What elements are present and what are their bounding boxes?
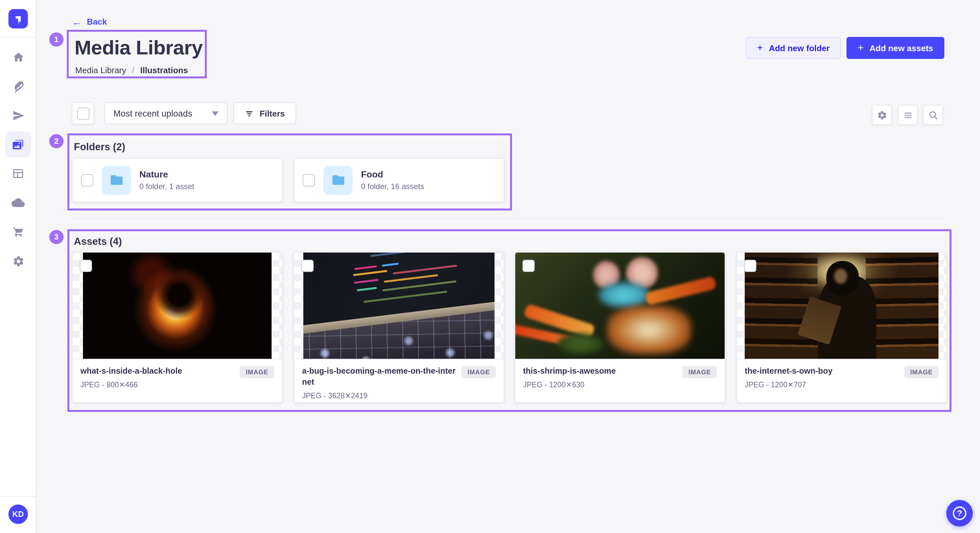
- folder-texts: Food 0 folder, 16 assets: [361, 169, 424, 191]
- list-view-button[interactable]: [898, 105, 918, 125]
- asset-meta: JPEG - 800✕466: [80, 380, 274, 389]
- asset-checkbox[interactable]: [744, 260, 756, 272]
- asset-footer: a-bug-is-becoming-a-meme-on-the-internet…: [294, 359, 504, 400]
- sidebar-item-content-manager[interactable]: [5, 73, 31, 99]
- asset-footer: this-shrimp-is-awesome JPEG - 1200✕630 I…: [515, 359, 725, 389]
- asset-media: [294, 252, 504, 359]
- asset-card-shrimp[interactable]: this-shrimp-is-awesome JPEG - 1200✕630 I…: [515, 252, 725, 403]
- paper-plane-icon: [12, 109, 24, 121]
- breadcrumb-parent[interactable]: Media Library: [75, 65, 126, 75]
- laptop-photo: [303, 252, 495, 359]
- back-link[interactable]: ← Back: [72, 17, 107, 27]
- asset-meta: JPEG - 1200✕707: [745, 380, 939, 389]
- bookshelf-right: [866, 252, 939, 359]
- sidebar-bottom-divider: [0, 496, 36, 497]
- media-library-icon: [12, 138, 25, 151]
- asset-media: [73, 252, 282, 359]
- search-icon: [928, 110, 938, 120]
- asset-footer: what-s-inside-a-black-hole JPEG - 800✕46…: [73, 359, 282, 389]
- plus-icon: +: [757, 43, 763, 53]
- app-root: KD ← Back 1 Media Library Media Library …: [0, 0, 980, 533]
- folder-meta: 0 folder, 1 asset: [139, 182, 194, 191]
- arrow-left-icon: ←: [72, 17, 82, 27]
- folder-card-nature[interactable]: Nature 0 folder, 1 asset: [72, 158, 283, 202]
- sidebar-item-settings[interactable]: [5, 248, 31, 274]
- filters-label: Filters: [259, 108, 285, 118]
- folder-name[interactable]: Nature: [139, 169, 194, 179]
- gear-icon: [12, 255, 24, 267]
- strapi-logo-icon: [13, 14, 23, 24]
- sidebar-item-releases[interactable]: [5, 102, 31, 128]
- asset-type-badge: IMAGE: [461, 366, 496, 378]
- asset-footer: the-internet-s-own-boy JPEG - 1200✕707 I…: [737, 359, 946, 389]
- add-new-assets-label: Add new assets: [870, 43, 933, 53]
- list-icon: [902, 110, 913, 120]
- plus-icon: +: [858, 43, 864, 53]
- sort-select-value: Most recent uploads: [113, 108, 192, 118]
- sidebar-item-content-type-builder[interactable]: [5, 160, 31, 187]
- asset-card-black-hole[interactable]: what-s-inside-a-black-hole JPEG - 800✕46…: [72, 252, 283, 403]
- annotation-badge-2: 2: [49, 134, 64, 148]
- folder-icon: [331, 173, 345, 187]
- home-icon: [12, 51, 24, 63]
- annotation-badge-1: 1: [49, 32, 64, 47]
- asset-thumbnail-library: [745, 252, 939, 359]
- breadcrumb-current: Illustrations: [140, 65, 188, 75]
- asset-type-badge: IMAGE: [682, 366, 717, 378]
- breadcrumb: Media Library / Illustrations: [75, 65, 188, 75]
- add-new-folder-button[interactable]: + Add new folder: [746, 37, 841, 59]
- back-label: Back: [87, 17, 107, 27]
- asset-meta: JPEG - 1200✕630: [523, 380, 717, 389]
- folder-meta: 0 folder, 16 assets: [361, 182, 424, 191]
- asset-type-badge: IMAGE: [904, 366, 939, 378]
- page-title: Media Library: [75, 36, 202, 60]
- cart-icon: [12, 226, 24, 238]
- select-all-wrapper: [72, 102, 94, 124]
- folder-checkbox[interactable]: [81, 174, 93, 186]
- section-divider: [72, 218, 944, 219]
- folders-heading: Folders (2): [74, 141, 125, 153]
- sidebar-item-home[interactable]: [5, 44, 31, 70]
- asset-checkbox[interactable]: [80, 260, 92, 272]
- assets-heading: Assets (4): [74, 236, 122, 247]
- cloud-icon: [12, 196, 25, 209]
- gear-icon: [877, 110, 887, 120]
- asset-checkbox[interactable]: [522, 260, 535, 272]
- strapi-logo[interactable]: [8, 9, 28, 29]
- filters-button[interactable]: Filters: [233, 102, 296, 124]
- sidebar-item-marketplace[interactable]: [5, 219, 31, 245]
- folder-tile: [323, 165, 353, 195]
- filter-icon: [245, 108, 255, 118]
- folder-texts: Nature 0 folder, 1 asset: [139, 169, 194, 191]
- folder-checkbox[interactable]: [303, 174, 315, 186]
- asset-media: [737, 252, 946, 359]
- question-mark-icon: ?: [953, 506, 966, 520]
- chevron-down-icon: [212, 111, 218, 116]
- add-new-folder-label: Add new folder: [769, 43, 830, 53]
- asset-card-internets-own-boy[interactable]: the-internet-s-own-boy JPEG - 1200✕707 I…: [736, 252, 947, 403]
- search-button[interactable]: [923, 105, 943, 125]
- asset-type-badge: IMAGE: [240, 366, 274, 378]
- sidebar-item-media-library[interactable]: [5, 132, 31, 157]
- sidebar-divider: [0, 37, 36, 38]
- asset-checkbox[interactable]: [301, 260, 314, 272]
- user-avatar[interactable]: KD: [8, 504, 28, 524]
- layout-icon: [12, 168, 24, 179]
- view-settings-button[interactable]: [872, 105, 892, 125]
- asset-thumbnail-laptop-code: [303, 252, 495, 359]
- select-all-checkbox[interactable]: [77, 107, 89, 119]
- breadcrumb-separator: /: [132, 65, 135, 75]
- help-button[interactable]: ?: [946, 500, 973, 527]
- add-new-assets-button[interactable]: + Add new assets: [846, 37, 944, 59]
- folder-name[interactable]: Food: [361, 169, 424, 179]
- sidebar-item-deploy[interactable]: [5, 190, 31, 216]
- folder-tile: [102, 165, 131, 195]
- asset-media: [515, 252, 725, 359]
- person-face: [834, 268, 848, 283]
- annotation-badge-3: 3: [49, 230, 64, 244]
- folder-card-food[interactable]: Food 0 folder, 16 assets: [294, 158, 504, 202]
- sort-select[interactable]: Most recent uploads: [104, 102, 228, 124]
- asset-card-bug-meme[interactable]: a-bug-is-becoming-a-meme-on-the-internet…: [294, 252, 504, 403]
- sidebar-nav: [5, 44, 31, 274]
- sidebar: KD: [0, 0, 36, 533]
